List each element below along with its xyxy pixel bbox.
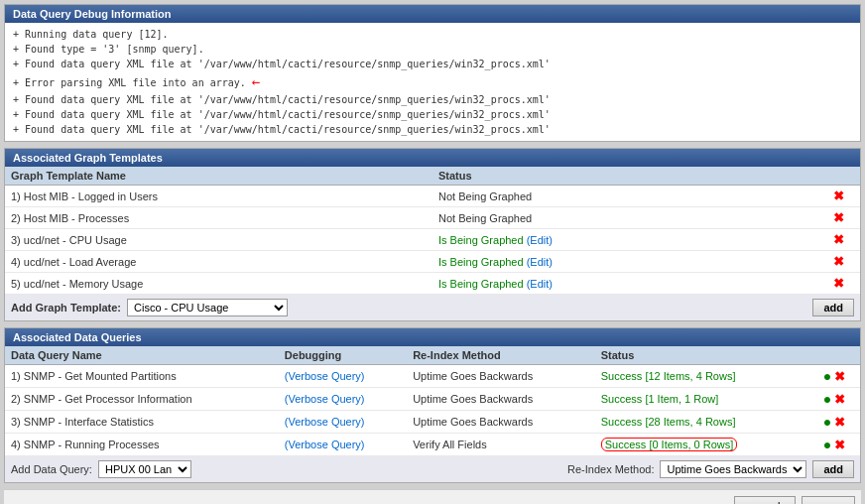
dq-row-actions: ● ✖	[808, 365, 860, 388]
table-row: 4) SNMP - Running Processes(Verbose Quer…	[5, 434, 860, 456]
delete-icon[interactable]: ✖	[834, 392, 845, 407]
status-text: Success [12 Items, 4 Rows]	[601, 370, 736, 382]
debug-line-6: + Found data query XML file at '/var/www…	[13, 107, 852, 122]
col-dq-actions	[808, 346, 860, 365]
dq-row-debug: (Verbose Query)	[279, 388, 407, 411]
edit-link[interactable]: (Edit)	[527, 256, 553, 268]
dq-row-name: 3) SNMP - Interface Statistics	[5, 411, 279, 434]
status-text: Success [1 Item, 1 Row]	[601, 393, 719, 405]
verbose-query-link[interactable]: (Verbose Query)	[285, 439, 365, 450]
verbose-query-link[interactable]: (Verbose Query)	[285, 370, 365, 382]
bottom-bar: cancel save	[4, 489, 861, 504]
delete-icon[interactable]: ✖	[833, 189, 844, 203]
col-dq-status: Status	[595, 346, 809, 365]
save-button[interactable]: save	[802, 496, 855, 504]
add-graph-template-select[interactable]: Cisco - CPU Usage Host MIB - Logged in U…	[127, 299, 288, 316]
debug-section: Data Query Debug Information + Running d…	[4, 4, 861, 142]
page-wrapper: Data Query Debug Information + Running d…	[0, 0, 865, 504]
delete-icon[interactable]: ✖	[833, 254, 844, 269]
table-row: 5) ucd/net - Memory UsageIs Being Graphe…	[5, 273, 860, 295]
status-text: Is Being Graphed	[438, 234, 524, 246]
debug-line-4-text: + Error parsing XML file into an array.	[13, 77, 246, 88]
row-num: 5) ucd/net - Memory Usage	[5, 273, 432, 295]
status-text: Is Being Graphed	[438, 278, 524, 290]
delete-icon[interactable]: ✖	[833, 276, 844, 291]
dq-row-name: 2) SNMP - Get Processor Information	[5, 388, 279, 411]
graph-templates-header-row: Graph Template Name Status	[5, 167, 860, 186]
dq-row-reindex: Uptime Goes Backwards	[407, 388, 595, 411]
graph-templates-title: Associated Graph Templates	[13, 152, 163, 164]
row-num: 4) ucd/net - Load Average	[5, 251, 432, 273]
add-graph-template-button[interactable]: add	[812, 299, 854, 316]
row-status: Not Being Graphed	[432, 186, 817, 207]
dq-row-actions: ● ✖	[808, 434, 860, 456]
dq-row-debug: (Verbose Query)	[279, 365, 407, 388]
delete-icon[interactable]: ✖	[833, 210, 844, 225]
cancel-button[interactable]: cancel	[734, 496, 796, 504]
dq-row-reindex: Uptime Goes Backwards	[407, 365, 595, 388]
add-data-query-row: Add Data Query: HPUX 00 Lan Re-Index Met…	[5, 456, 860, 482]
dq-row-actions: ● ✖	[808, 411, 860, 434]
table-row: 1) Host MIB - Logged in UsersNot Being G…	[5, 186, 860, 207]
dq-row-status: Success [1 Item, 1 Row]	[595, 388, 809, 411]
col-dq-debugging: Debugging	[279, 346, 407, 365]
dq-row-debug: (Verbose Query)	[279, 411, 407, 434]
debug-line-1: + Running data query [12].	[13, 27, 852, 42]
verbose-query-link[interactable]: (Verbose Query)	[285, 393, 365, 405]
row-delete-cell: ✖	[817, 273, 860, 295]
row-status: Is Being Graphed (Edit)	[432, 229, 817, 251]
add-data-query-button[interactable]: add	[812, 460, 854, 478]
dq-row-actions: ● ✖	[808, 388, 860, 411]
edit-link[interactable]: (Edit)	[527, 234, 553, 246]
refresh-icon[interactable]: ●	[823, 391, 831, 407]
graph-templates-header: Associated Graph Templates	[5, 149, 860, 167]
data-queries-header-row: Data Query Name Debugging Re-Index Metho…	[5, 346, 860, 365]
debug-line-3: + Found data query XML file at '/var/www…	[13, 57, 852, 71]
data-queries-title: Associated Data Queries	[13, 331, 142, 343]
delete-icon[interactable]: ✖	[834, 415, 845, 430]
delete-icon[interactable]: ✖	[834, 438, 845, 452]
add-graph-template-row: Add Graph Template: Cisco - CPU Usage Ho…	[5, 295, 860, 320]
row-num: 2) Host MIB - Processes	[5, 207, 432, 229]
dq-row-debug: (Verbose Query)	[279, 434, 407, 456]
table-row: 2) Host MIB - ProcessesNot Being Graphed…	[5, 207, 860, 229]
error-arrow-icon: ←	[252, 73, 260, 89]
status-circled: Success [0 Items, 0 Rows]	[601, 438, 738, 451]
row-status: Not Being Graphed	[432, 207, 817, 229]
status-text: Success [28 Items, 4 Rows]	[601, 416, 736, 428]
debug-line-7: + Found data query XML file at '/var/www…	[13, 122, 852, 137]
status-text: Is Being Graphed	[438, 256, 524, 268]
verbose-query-link[interactable]: (Verbose Query)	[285, 416, 365, 428]
table-row: 4) ucd/net - Load AverageIs Being Graphe…	[5, 251, 860, 273]
refresh-icon[interactable]: ●	[823, 414, 831, 430]
col-graph-actions	[817, 167, 860, 186]
row-delete-cell: ✖	[817, 186, 860, 207]
col-dq-reindex: Re-Index Method	[407, 346, 595, 365]
dq-row-name: 1) SNMP - Get Mounted Partitions	[5, 365, 279, 388]
col-graph-template-name: Graph Template Name	[5, 167, 432, 186]
edit-link[interactable]: (Edit)	[527, 278, 553, 290]
delete-icon[interactable]: ✖	[833, 232, 844, 247]
col-graph-status: Status	[432, 167, 817, 186]
dq-row-name: 4) SNMP - Running Processes	[5, 434, 279, 456]
add-data-query-label: Add Data Query:	[11, 463, 92, 475]
add-data-query-select[interactable]: HPUX 00 Lan	[98, 460, 191, 478]
row-num: 1) Host MIB - Logged in Users	[5, 186, 432, 207]
dq-row-reindex: Verify All Fields	[407, 434, 595, 456]
refresh-icon[interactable]: ●	[823, 368, 831, 384]
graph-templates-section: Associated Graph Templates Graph Templat…	[4, 148, 861, 321]
delete-icon[interactable]: ✖	[834, 369, 845, 384]
debug-body: + Running data query [12]. + Found type …	[5, 23, 860, 141]
debug-line-4: + Error parsing XML file into an array. …	[13, 71, 852, 92]
dq-row-status: Success [12 Items, 4 Rows]	[595, 365, 809, 388]
reindex-method-select[interactable]: Uptime Goes Backwards Verify All Fields …	[660, 460, 806, 478]
row-delete-cell: ✖	[817, 251, 860, 273]
table-row: 2) SNMP - Get Processor Information(Verb…	[5, 388, 860, 411]
status-text: Not Being Graphed	[438, 190, 532, 202]
row-num: 3) ucd/net - CPU Usage	[5, 229, 432, 251]
reindex-method-label: Re-Index Method:	[567, 463, 654, 475]
refresh-icon[interactable]: ●	[823, 437, 831, 452]
debug-line-5: + Found data query XML file at '/var/www…	[13, 92, 852, 107]
add-graph-template-label: Add Graph Template:	[11, 302, 121, 314]
row-status: Is Being Graphed (Edit)	[432, 273, 817, 295]
